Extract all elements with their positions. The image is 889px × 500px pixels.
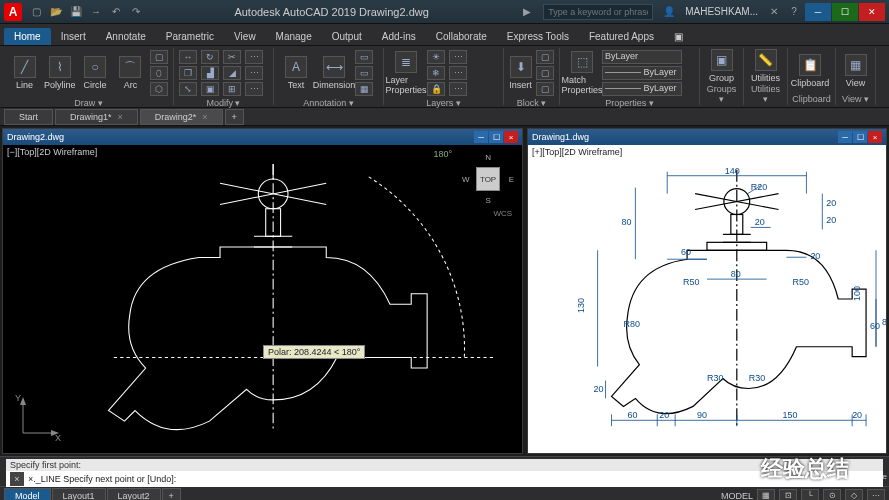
command-line[interactable]: × ×._ LINE Specify next point or [Undo]: bbox=[6, 471, 883, 487]
exchange-icon[interactable]: ✕ bbox=[766, 4, 782, 20]
ribbon-tab-express[interactable]: Express Tools bbox=[497, 28, 579, 45]
ribbon-tab-view[interactable]: View bbox=[224, 28, 266, 45]
insert-button[interactable]: ⬇Insert bbox=[508, 56, 533, 90]
mod-sm2[interactable]: ⋯ bbox=[245, 66, 263, 80]
drawing-canvas-dark[interactable]: [−][Top][2D Wireframe] 180° N S E W TOP … bbox=[3, 145, 522, 453]
text-button[interactable]: AText bbox=[278, 56, 314, 90]
user-icon[interactable]: 👤 bbox=[661, 4, 677, 20]
trim-button[interactable]: ✂ bbox=[223, 50, 241, 64]
clipboard-button[interactable]: 📋Clipboard bbox=[792, 54, 828, 88]
panel-label[interactable]: Annotation ▾ bbox=[278, 97, 379, 108]
panel-label[interactable]: Draw ▾ bbox=[8, 97, 169, 108]
layout-tab-add[interactable]: + bbox=[162, 488, 181, 501]
ribbon-tab-home[interactable]: Home bbox=[4, 28, 51, 45]
status-more-icon[interactable]: ⋯ bbox=[867, 489, 885, 501]
panel-label[interactable]: View ▾ bbox=[840, 93, 871, 104]
draw-sm1[interactable]: ▢ bbox=[150, 50, 168, 64]
qat-arrow-icon[interactable]: → bbox=[88, 4, 104, 20]
doc-close-button[interactable]: × bbox=[504, 131, 518, 143]
qat-undo-icon[interactable]: ↶ bbox=[108, 4, 124, 20]
app-logo[interactable]: A bbox=[4, 3, 22, 21]
qat-new-icon[interactable]: ▢ bbox=[28, 4, 44, 20]
doc-tab-drawing1[interactable]: Drawing1*× bbox=[55, 109, 138, 125]
window-maximize-button[interactable]: ☐ bbox=[832, 3, 858, 21]
blk-sm1[interactable]: ▢ bbox=[536, 50, 554, 64]
status-grid-icon[interactable]: ▦ bbox=[757, 489, 775, 501]
status-model[interactable]: MODEL bbox=[721, 491, 753, 501]
panel-label[interactable]: Properties ▾ bbox=[564, 97, 695, 108]
draw-sm2[interactable]: ⬯ bbox=[150, 66, 168, 80]
group-button[interactable]: ▣Group bbox=[704, 49, 739, 83]
status-snap-icon[interactable]: ⊡ bbox=[779, 489, 797, 501]
ann-sm3[interactable]: ▦ bbox=[355, 82, 373, 96]
line-button[interactable]: ╱Line bbox=[8, 56, 41, 90]
mod-sm3[interactable]: ⋯ bbox=[245, 82, 263, 96]
blk-sm3[interactable]: ▢ bbox=[536, 82, 554, 96]
scale-button[interactable]: ▣ bbox=[201, 82, 219, 96]
lineweight-dropdown[interactable]: ———— ByLayer bbox=[602, 66, 682, 80]
lay-sm3[interactable]: 🔒 bbox=[427, 82, 445, 96]
ann-sm1[interactable]: ▭ bbox=[355, 50, 373, 64]
help-search-input[interactable] bbox=[543, 4, 653, 20]
ann-sm2[interactable]: ▭ bbox=[355, 66, 373, 80]
ribbon-tab-output[interactable]: Output bbox=[322, 28, 372, 45]
rotate-button[interactable]: ↻ bbox=[201, 50, 219, 64]
view-button[interactable]: ▦View bbox=[840, 54, 871, 88]
array-button[interactable]: ⊞ bbox=[223, 82, 241, 96]
circle-button[interactable]: ○Circle bbox=[79, 56, 112, 90]
window-minimize-button[interactable]: ─ bbox=[805, 3, 831, 21]
doc-close-button[interactable]: × bbox=[868, 131, 882, 143]
close-tab-icon[interactable]: × bbox=[202, 112, 207, 122]
layout-tab-model[interactable]: Model bbox=[4, 488, 51, 501]
qat-open-icon[interactable]: 📂 bbox=[48, 4, 64, 20]
copy-button[interactable]: ❐ bbox=[179, 66, 197, 80]
layout-tab-layout1[interactable]: Layout1 bbox=[52, 488, 106, 501]
doc-max-button[interactable]: ☐ bbox=[853, 131, 867, 143]
doc-tab-add[interactable]: + bbox=[225, 109, 244, 125]
lay-sm5[interactable]: ⋯ bbox=[449, 66, 467, 80]
utilities-button[interactable]: 📏Utilities bbox=[748, 49, 783, 83]
panel-label[interactable]: Block ▾ bbox=[508, 97, 555, 108]
qat-redo-icon[interactable]: ↷ bbox=[128, 4, 144, 20]
stretch-button[interactable]: ⤡ bbox=[179, 82, 197, 96]
ribbon-tab-insert[interactable]: Insert bbox=[51, 28, 96, 45]
drawing-canvas-light[interactable]: [+][Top][2D Wireframe] 140 R20 bbox=[528, 145, 886, 453]
doc-max-button[interactable]: ☐ bbox=[489, 131, 503, 143]
lay-sm4[interactable]: ⋯ bbox=[449, 50, 467, 64]
qat-save-icon[interactable]: 💾 bbox=[68, 4, 84, 20]
window-close-button[interactable]: ✕ bbox=[859, 3, 885, 21]
panel-label[interactable]: Layers ▾ bbox=[388, 97, 499, 108]
help-icon[interactable]: ? bbox=[786, 4, 802, 20]
doc-window-titlebar[interactable]: Drawing2.dwg ─ ☐ × bbox=[3, 129, 522, 145]
status-polar-icon[interactable]: ⊙ bbox=[823, 489, 841, 501]
ribbon-tab-extra-icon[interactable]: ▣ bbox=[664, 28, 693, 45]
doc-window-titlebar[interactable]: Drawing1.dwg ─ ☐ × bbox=[528, 129, 886, 145]
doc-tab-drawing2[interactable]: Drawing2*× bbox=[140, 109, 223, 125]
doc-min-button[interactable]: ─ bbox=[474, 131, 488, 143]
doc-min-button[interactable]: ─ bbox=[838, 131, 852, 143]
panel-label[interactable]: Utilities ▾ bbox=[748, 83, 783, 104]
ribbon-tab-annotate[interactable]: Annotate bbox=[96, 28, 156, 45]
linetype-dropdown[interactable]: ———— ByLayer bbox=[602, 82, 682, 96]
fillet-button[interactable]: ◢ bbox=[223, 66, 241, 80]
lay-sm6[interactable]: ⋯ bbox=[449, 82, 467, 96]
layout-tab-layout2[interactable]: Layout2 bbox=[107, 488, 161, 501]
command-close-icon[interactable]: × bbox=[10, 472, 24, 486]
polyline-button[interactable]: ⌇Polyline bbox=[43, 56, 76, 90]
panel-label[interactable]: Groups ▾ bbox=[704, 83, 739, 104]
doc-tab-start[interactable]: Start bbox=[4, 109, 53, 125]
ribbon-tab-addins[interactable]: Add-ins bbox=[372, 28, 426, 45]
status-ortho-icon[interactable]: └ bbox=[801, 489, 819, 501]
arc-button[interactable]: ⌒Arc bbox=[114, 56, 147, 90]
play-icon[interactable]: ▶ bbox=[519, 4, 535, 20]
ribbon-tab-collaborate[interactable]: Collaborate bbox=[426, 28, 497, 45]
ribbon-tab-featured[interactable]: Featured Apps bbox=[579, 28, 664, 45]
ribbon-tab-manage[interactable]: Manage bbox=[266, 28, 322, 45]
lay-sm1[interactable]: ☀ bbox=[427, 50, 445, 64]
status-osnap-icon[interactable]: ◇ bbox=[845, 489, 863, 501]
blk-sm2[interactable]: ▢ bbox=[536, 66, 554, 80]
user-name[interactable]: MAHESHKAM... bbox=[685, 6, 758, 17]
panel-label[interactable]: Modify ▾ bbox=[178, 97, 269, 108]
draw-sm3[interactable]: ⬡ bbox=[150, 82, 168, 96]
mod-sm1[interactable]: ⋯ bbox=[245, 50, 263, 64]
